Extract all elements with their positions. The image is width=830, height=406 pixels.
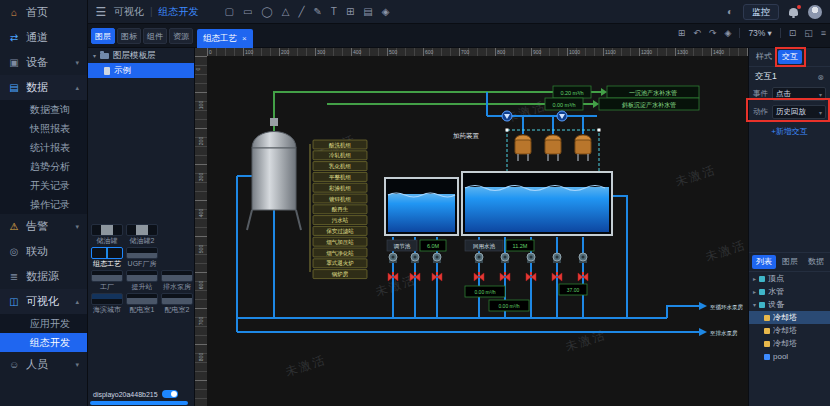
sidebar-item-scada-dev[interactable]: 组态开发 (0, 333, 87, 352)
pump-icon[interactable] (433, 253, 441, 263)
sidebar-label: 通道 (26, 30, 48, 45)
tree-item-device[interactable]: ▾ 设备 (749, 298, 830, 311)
tank-reuse[interactable] (462, 172, 612, 235)
item-icon (764, 315, 770, 321)
sidebar-item-channel[interactable]: ⇄ 通道 (0, 25, 87, 50)
fit-view-icon[interactable]: ⊡ (789, 28, 797, 38)
tab-style[interactable]: 样式 (752, 50, 776, 64)
sidebar-item-stats-report[interactable]: 统计报表 (0, 138, 87, 157)
sidebar-item-alarm[interactable]: ⚠ 告警 ▾ (0, 214, 87, 239)
event-select[interactable]: 点击 ▾ (772, 87, 826, 101)
delete-interaction-icon[interactable]: ⊗ (817, 73, 824, 82)
scada-canvas[interactable]: 未激活未激活未激活未激活未激活未激活未激活 0.20 m³/h 0.00 m³/… (207, 56, 748, 406)
pump-icon[interactable] (527, 253, 535, 263)
fullscreen-icon[interactable]: ◱ (804, 28, 813, 38)
sidebar-item-snapshot-report[interactable]: 快照报表 (0, 119, 87, 138)
tab-interaction[interactable]: 交互 (778, 50, 802, 64)
tree-item-water-pipe[interactable]: ▸ 水管 (749, 285, 830, 298)
theme-icon[interactable]: ◐ (727, 6, 733, 17)
tab-icons[interactable]: 图标 (117, 28, 141, 44)
breadcrumb-viz[interactable]: 可视化 (114, 5, 144, 19)
tab-resources[interactable]: 资源 (169, 28, 193, 44)
tree-item-cooling-tower[interactable]: 冷却塔 (749, 337, 830, 350)
palette-item-power-room2[interactable]: 配电室2 (161, 293, 193, 314)
tank-regulating[interactable] (385, 178, 458, 235)
palette-item-lift-station[interactable]: 提升站 (126, 270, 158, 291)
pump-icon[interactable] (501, 253, 509, 263)
canvas-tab-label: 组态工艺 (203, 33, 237, 45)
sidebar-item-users[interactable]: ☺ 人员 ▾ (0, 352, 87, 377)
action-select[interactable]: 历史回放 ▾ (772, 105, 826, 119)
sidebar-item-visualization[interactable]: ◫ 可视化 ▴ (0, 289, 87, 314)
palette-thumb (126, 247, 158, 259)
pump-icon[interactable] (475, 253, 483, 263)
palette-thumb (91, 270, 123, 282)
canvas-surface[interactable]: 未激活未激活未激活未激活未激活未激活未激活 0.20 m³/h 0.00 m³/… (207, 56, 748, 406)
tab-components[interactable]: 组件 (143, 28, 167, 44)
event-label: 事件 (753, 89, 769, 99)
sidebar-item-linkage[interactable]: ◎ 联动 (0, 239, 87, 264)
sidebar-item-trend-analysis[interactable]: 趋势分析 (0, 157, 87, 176)
pen-tool-icon[interactable]: ✎ (313, 6, 321, 17)
layer-template-label: 图层模板层 (113, 50, 156, 62)
tab-data[interactable]: 数据 (804, 255, 828, 269)
add-interaction-link[interactable]: +新增交互 (749, 121, 830, 142)
menu-icon[interactable]: ☰ (88, 5, 114, 19)
palette-item-factory[interactable]: 工厂 (91, 270, 123, 291)
tab-list[interactable]: 列表 (752, 255, 776, 269)
breadcrumb-scada-dev[interactable]: 组态开发 (159, 5, 199, 19)
display-toggle[interactable] (162, 390, 178, 398)
pump-icon[interactable] (553, 253, 561, 263)
ellipse-tool-icon[interactable]: ◯ (262, 6, 273, 17)
palette-item-drain-pump-house[interactable]: 排水泵房 (161, 270, 193, 291)
tree-item-pool[interactable]: pool (749, 350, 830, 363)
palette-item-scada-process[interactable]: 组态工艺 (91, 247, 123, 268)
palette-item-oil-tank[interactable]: 储油罐 (91, 224, 123, 245)
sidebar-item-datasource[interactable]: ≣ 数据源 (0, 264, 87, 289)
sidebar-item-operation-record[interactable]: 操作记录 (0, 195, 87, 214)
close-icon[interactable]: × (242, 34, 247, 43)
snap-icon[interactable]: ◈ (724, 28, 731, 38)
palette-item-ugf-plant[interactable]: UGF厂房 (126, 247, 158, 268)
grid-toggle-icon[interactable]: ⊞ (678, 28, 686, 38)
sidebar-item-switch-record[interactable]: 开关记录 (0, 176, 87, 195)
sidebar-item-app-dev[interactable]: 应用开发 (0, 314, 87, 333)
canvas-tab[interactable]: 组态工艺 × (197, 29, 253, 48)
item-icon (759, 289, 765, 295)
pump-icon[interactable] (579, 253, 587, 263)
monitor-button[interactable]: 监控 (743, 4, 779, 20)
chevron-down-icon: ▾ (93, 52, 96, 59)
panel-scrollbar[interactable] (90, 401, 188, 405)
tree-item-vertex[interactable]: ▸ 顶点 (749, 272, 830, 285)
pump-icon[interactable] (411, 253, 419, 263)
zoom-select[interactable]: 73% ▾ (748, 28, 771, 38)
sidebar-item-data[interactable]: ▤ 数据 ▴ (0, 75, 87, 100)
palette-item-coastal-city[interactable]: 海滨城市 (91, 293, 123, 314)
sidebar-item-home[interactable]: ⌂ 首页 (0, 0, 87, 25)
component-tool-icon[interactable]: ◈ (382, 6, 390, 17)
tab-layer[interactable]: 图层 (778, 255, 802, 269)
undo-icon[interactable]: ↶ (693, 28, 701, 38)
redo-icon[interactable]: ↷ (709, 28, 717, 38)
notification-bell-icon[interactable] (789, 8, 798, 16)
avatar[interactable] (808, 5, 822, 19)
text-tool-icon[interactable]: T (331, 6, 337, 17)
line-tool-icon[interactable]: ╱ (298, 6, 304, 17)
grid-tool-icon[interactable]: ⊞ (346, 6, 354, 17)
sidebar-item-device[interactable]: ▣ 设备 ▾ (0, 50, 87, 75)
layer-template-row[interactable]: ▾ 图层模板层 (88, 48, 194, 63)
table-tool-icon[interactable]: ▤ (363, 6, 372, 17)
palette-item-oil-tank2[interactable]: 储油罐2 (126, 224, 158, 245)
canvas-area[interactable]: 未激活未激活未激活未激活未激活未激活未激活 0.20 m³/h 0.00 m³/… (195, 48, 748, 406)
palette-item-power-room1[interactable]: 配电室1 (126, 293, 158, 314)
pump-icon[interactable] (389, 253, 397, 263)
select-tool-icon[interactable]: ▢ (225, 6, 234, 17)
list-icon[interactable]: ≡ (821, 28, 826, 38)
rect-tool-icon[interactable]: ▭ (243, 6, 252, 17)
sidebar-item-data-query[interactable]: 数据查询 (0, 100, 87, 119)
tab-layers[interactable]: 图层 (91, 28, 115, 44)
tree-item-cooling-tower[interactable]: 冷却塔 (749, 324, 830, 337)
tree-item-cooling-tower[interactable]: 冷却塔 (749, 311, 830, 324)
layer-example-row[interactable]: 示例 (88, 63, 194, 78)
polygon-tool-icon[interactable]: △ (282, 6, 290, 17)
